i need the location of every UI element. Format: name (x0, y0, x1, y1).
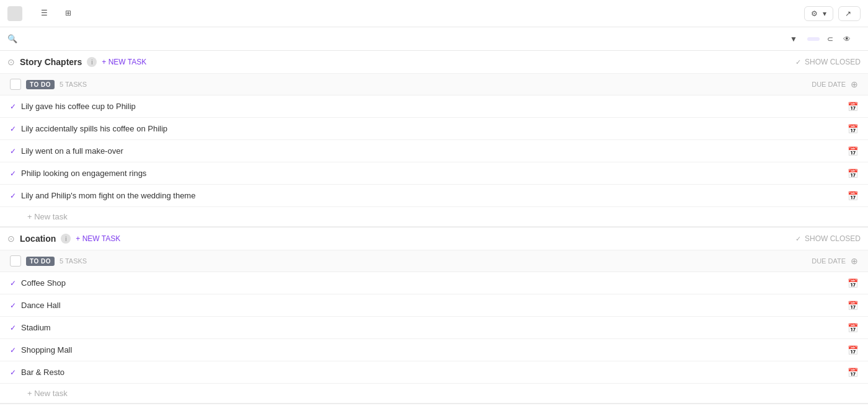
task-check-icon[interactable]: ✓ (10, 279, 16, 288)
task-check-icon[interactable]: ✓ (10, 301, 16, 310)
status-group-header-location-0: TO DO 5 TASKS DUE DATE ⊕ (0, 250, 868, 272)
task-check-icon[interactable]: ✓ (10, 324, 16, 332)
calendar-icon[interactable]: 📅 (848, 124, 858, 134)
show-closed-button-story-chapters[interactable]: SHOW CLOSED (805, 58, 861, 66)
group-header-location: ⊙ Location i + NEW TASK ✓ SHOW CLOSED (0, 227, 868, 250)
top-nav: ☰ ⊞ ⚙ ▾ ↗ (0, 0, 868, 27)
tab-list[interactable]: ☰ (35, 0, 56, 27)
calendar-icon[interactable]: 📅 (848, 278, 858, 288)
add-view-button[interactable] (82, 11, 92, 16)
task-row-left: ✓ Shopping Mall (10, 345, 72, 355)
calendar-icon[interactable]: 📅 (848, 345, 858, 355)
task-row-left: ✓ Dance Hall (10, 301, 61, 310)
task-row-right: 📅 (848, 124, 858, 134)
task-row-left: ✓ Stadium (10, 323, 51, 332)
task-row-left: ✓ Lily and Philip's mom fight on the wed… (10, 191, 195, 200)
group-info-icon-location[interactable]: i (61, 234, 71, 244)
task-row[interactable]: ✓ Lily gave his coffee cup to Philip 📅 (0, 95, 868, 118)
status-group-location-0: TO DO 5 TASKS DUE DATE ⊕ ✓ Coffee Shop 📅… (0, 250, 868, 404)
task-row[interactable]: ✓ Philip looking on engagement rings 📅 (0, 162, 868, 185)
list-icon: ☰ (41, 9, 48, 17)
add-column-button[interactable]: ⊕ (851, 79, 858, 89)
add-column-button[interactable]: ⊕ (851, 256, 858, 266)
main-content: ⊙ Story Chapters i + NEW TASK ✓ SHOW CLO… (0, 51, 868, 406)
calendar-icon[interactable]: 📅 (848, 301, 858, 311)
task-title: Lily went on a full make-over (21, 146, 123, 156)
task-title: Lily gave his coffee cup to Philip (21, 102, 136, 111)
task-title: Shopping Mall (21, 345, 72, 355)
task-title: Coffee Shop (21, 278, 66, 288)
checkmark-icon-story-chapters: ✓ (795, 58, 801, 66)
task-row[interactable]: ✓ Coffee Shop 📅 (0, 272, 868, 294)
new-task-button-story-chapters[interactable]: + NEW TASK (102, 58, 146, 66)
task-check-icon[interactable]: ✓ (10, 147, 16, 156)
search-box[interactable]: 🔍 (7, 34, 21, 43)
automate-button[interactable]: ⚙ ▾ (804, 6, 833, 21)
show-icon: 👁 (843, 35, 851, 43)
task-row[interactable]: ✓ Lily accidentally spills his coffee on… (0, 118, 868, 140)
toolbar-right: ▼ ⊂ 👁 (790, 35, 861, 43)
status-group-story-chapters-0: TO DO 5 TASKS DUE DATE ⊕ ✓ Lily gave his… (0, 74, 868, 227)
status-group-header-story-chapters-0: TO DO 5 TASKS DUE DATE ⊕ (0, 74, 868, 95)
task-row-right: 📅 (848, 102, 858, 112)
new-task-button-location[interactable]: + NEW TASK (76, 234, 120, 243)
filter-icon: ▼ (790, 35, 797, 43)
task-row[interactable]: ✓ Shopping Mall 📅 (0, 339, 868, 361)
task-row-right: 📅 (848, 278, 858, 288)
add-task-row[interactable]: + New task (0, 384, 868, 404)
task-row-left: ✓ Lily went on a full make-over (10, 146, 123, 156)
add-task-row[interactable]: + New task (0, 207, 868, 227)
share-icon: ↗ (845, 9, 851, 18)
task-check-icon[interactable]: ✓ (10, 125, 16, 133)
share-button[interactable]: ↗ (838, 6, 861, 21)
group-toggle-story-chapters[interactable]: ⊙ (7, 57, 15, 67)
subtasks-button[interactable]: ⊂ (827, 35, 836, 43)
more-button[interactable] (26, 38, 31, 40)
status-select-checkbox[interactable] (10, 255, 21, 267)
task-row-left: ✓ Philip looking on engagement rings (10, 169, 146, 178)
task-title: Dance Hall (21, 301, 61, 310)
group-by-button[interactable] (807, 37, 820, 41)
task-row-right: 📅 (848, 301, 858, 311)
due-date-label: DUE DATE (812, 81, 846, 88)
task-row[interactable]: ✓ Stadium 📅 (0, 317, 868, 339)
calendar-icon[interactable]: 📅 (848, 102, 858, 112)
calendar-icon[interactable]: 📅 (848, 169, 858, 179)
task-row[interactable]: ✓ Lily and Philip's mom fight on the wed… (0, 185, 868, 207)
group-header-story-chapters: ⊙ Story Chapters i + NEW TASK ✓ SHOW CLO… (0, 51, 868, 74)
status-select-checkbox[interactable] (10, 79, 21, 90)
task-row-right: 📅 (848, 368, 858, 377)
task-row[interactable]: ✓ Dance Hall 📅 (0, 294, 868, 317)
board-icon: ⊞ (65, 9, 71, 17)
show-closed-button-location[interactable]: SHOW CLOSED (805, 234, 861, 243)
task-row[interactable]: ✓ Bar & Resto 📅 (0, 361, 868, 384)
task-row-left: ✓ Lily gave his coffee cup to Philip (10, 102, 136, 111)
task-row-left: ✓ Bar & Resto (10, 368, 64, 377)
task-check-icon[interactable]: ✓ (10, 102, 16, 111)
task-title: Philip looking on engagement rings (21, 169, 146, 178)
calendar-icon[interactable]: 📅 (848, 368, 858, 377)
task-row-right: 📅 (848, 146, 858, 156)
show-button[interactable]: 👁 (843, 35, 853, 43)
group-info-icon-story-chapters[interactable]: i (87, 57, 97, 67)
task-check-icon[interactable]: ✓ (10, 192, 16, 200)
calendar-icon[interactable]: 📅 (848, 191, 858, 201)
calendar-icon[interactable]: 📅 (848, 146, 858, 156)
group-header-right-location: ✓ SHOW CLOSED (795, 234, 861, 243)
filter-button[interactable]: ▼ (790, 35, 800, 43)
tab-board[interactable]: ⊞ (59, 0, 80, 27)
task-check-icon[interactable]: ✓ (10, 346, 16, 355)
automate-chevron-icon: ▾ (823, 9, 826, 18)
checkmark-icon-location: ✓ (795, 235, 801, 243)
task-check-icon[interactable]: ✓ (10, 368, 16, 377)
task-row-right: 📅 (848, 169, 858, 179)
task-count: 5 TASKS (60, 81, 87, 88)
task-title: Lily accidentally spills his coffee on P… (21, 124, 167, 133)
calendar-icon[interactable]: 📅 (848, 323, 858, 333)
task-title: Bar & Resto (21, 368, 64, 377)
search-icon: 🔍 (7, 34, 17, 43)
task-check-icon[interactable]: ✓ (10, 169, 16, 178)
status-group-header-right: DUE DATE ⊕ (812, 256, 858, 266)
group-toggle-location[interactable]: ⊙ (7, 234, 15, 244)
task-row[interactable]: ✓ Lily went on a full make-over 📅 (0, 140, 868, 162)
